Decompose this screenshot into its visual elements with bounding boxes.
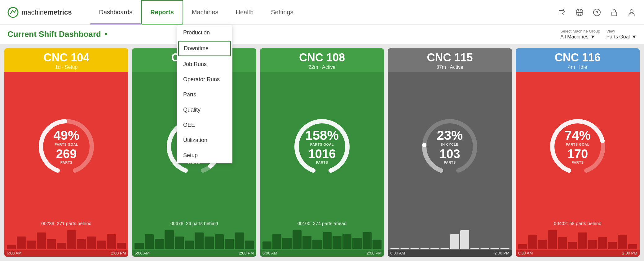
- svg-text:?: ?: [596, 10, 598, 15]
- gauge-label-cnc115: IN-CYCLE: [437, 143, 463, 146]
- chart-area-cnc108: [260, 228, 384, 250]
- dashboard-title[interactable]: Current Shift Dashboard ▼: [7, 29, 108, 39]
- gauge-parts-cnc104: 269: [53, 147, 79, 161]
- globe-icon[interactable]: [575, 7, 584, 17]
- header-icons: ?: [557, 7, 637, 17]
- user-icon[interactable]: [627, 7, 637, 17]
- machine-status-cnc116: 4m · Idle: [520, 64, 635, 70]
- shuffle-icon[interactable]: [557, 7, 567, 17]
- machine-status-cnc115: 37m · Active: [392, 64, 507, 70]
- dropdown-item-setup[interactable]: Setup: [177, 148, 232, 163]
- machine-card-cnc104[interactable]: CNC 104 1d · Setup 49% PARTS GOAL 269 PA…: [4, 48, 128, 257]
- tab-machines[interactable]: Machines: [183, 0, 227, 24]
- svg-point-9: [329, 168, 333, 173]
- header: machinemetrics Dashboards Reports Machin…: [0, 0, 644, 25]
- time-labels-cnc104: 6:00 AM 2:00 PM: [4, 250, 128, 257]
- gauge-parts-cnc108: 1016: [305, 147, 338, 161]
- svg-point-7: [63, 119, 67, 123]
- machine-name-cnc115: CNC 115: [392, 51, 507, 64]
- tab-health[interactable]: Health: [227, 0, 262, 24]
- card-footer-cnc105: 00678: 26 parts behind: [132, 219, 256, 228]
- chart-area-cnc105: [132, 228, 256, 250]
- time-labels-cnc115: 6:00 AM 2:00 PM: [388, 250, 512, 257]
- chevron-down-icon: ▼: [590, 34, 595, 40]
- dropdown-item-parts[interactable]: Parts: [177, 87, 232, 102]
- gauge-parts-cnc116: 170: [565, 147, 591, 161]
- svg-point-8: [208, 164, 212, 168]
- view-label: View: [607, 29, 615, 33]
- gauge-label-cnc116: PARTS GOAL: [565, 143, 591, 146]
- tab-settings[interactable]: Settings: [262, 0, 302, 24]
- machine-card-cnc108[interactable]: CNC 108 22m · Active 158% PARTS GOAL 101…: [260, 48, 384, 257]
- logo-text: machinemetrics: [22, 8, 72, 16]
- nav-tabs: Dashboards Reports Machines Health Setti…: [90, 0, 557, 24]
- svg-rect-5: [612, 12, 617, 16]
- dropdown-item-downtime[interactable]: Downtime: [178, 41, 231, 56]
- chart-area-cnc116: [516, 228, 640, 250]
- machine-group-select: Select Machine Group All Machines ▼: [560, 29, 600, 40]
- card-footer-cnc108: 00100: 374 parts ahead: [260, 219, 384, 228]
- time-labels-cnc108: 6:00 AM 2:00 PM: [260, 250, 384, 257]
- sub-header: Current Shift Dashboard ▼ Select Machine…: [0, 25, 644, 44]
- chevron-down-icon: ▼: [104, 32, 108, 37]
- gauge-parts-cnc115: 103: [437, 147, 463, 161]
- gauge-percent-cnc116: 74%: [565, 129, 591, 142]
- dropdown-item-operator-runs[interactable]: Operator Runs: [177, 72, 232, 87]
- svg-point-0: [8, 7, 18, 17]
- gauge-percent-cnc104: 49%: [53, 129, 79, 142]
- gauge-label-cnc104: PARTS GOAL: [53, 143, 79, 146]
- view-select: View Parts Goal ▼: [607, 29, 637, 40]
- svg-point-10: [422, 143, 427, 147]
- dropdown-item-quality[interactable]: Quality: [177, 102, 232, 117]
- card-footer-cnc104: 00238: 271 parts behind: [4, 219, 128, 228]
- tab-dashboards[interactable]: Dashboards: [90, 0, 141, 24]
- lock-icon[interactable]: [609, 7, 619, 17]
- svg-point-11: [600, 139, 605, 143]
- gauge-parts-label-cnc116: PARTS: [565, 161, 591, 164]
- time-labels-cnc105: 6:00 AM 2:00 PM: [132, 250, 256, 257]
- help-icon[interactable]: ?: [592, 7, 602, 17]
- view-control[interactable]: Parts Goal ▼: [607, 34, 637, 40]
- reports-dropdown: Production Downtime Job Runs Operator Ru…: [177, 25, 232, 163]
- dropdown-item-oee[interactable]: OEE: [177, 117, 232, 133]
- machine-group-control[interactable]: All Machines ▼: [560, 34, 595, 40]
- main-content: CNC 104 1d · Setup 49% PARTS GOAL 269 PA…: [0, 44, 644, 261]
- machine-name-cnc104: CNC 104: [9, 51, 124, 64]
- svg-point-6: [630, 10, 633, 13]
- gauge-label-cnc108: PARTS GOAL: [305, 143, 338, 146]
- gauge-parts-label-cnc115: PARTS: [437, 161, 463, 164]
- machine-group-label: Select Machine Group: [560, 29, 600, 33]
- logo: machinemetrics: [7, 7, 72, 18]
- gauge-parts-label-cnc104: PARTS: [53, 161, 79, 164]
- gauge-percent-cnc115: 23%: [437, 129, 463, 142]
- chart-area-cnc115: [388, 228, 512, 250]
- dropdown-item-job-runs[interactable]: Job Runs: [177, 57, 232, 72]
- chart-area-cnc104: [4, 228, 128, 250]
- card-footer-cnc116: 00402: 58 parts behind: [516, 219, 640, 228]
- sub-header-right: Select Machine Group All Machines ▼ View…: [560, 29, 637, 40]
- machine-status-cnc108: 22m · Active: [264, 64, 380, 70]
- machine-status-cnc104: 1d · Setup: [9, 64, 124, 70]
- machine-name-cnc116: CNC 116: [520, 51, 635, 64]
- tab-reports[interactable]: Reports: [141, 0, 183, 24]
- dropdown-item-production[interactable]: Production: [177, 25, 232, 40]
- gauge-parts-label-cnc108: PARTS: [305, 161, 338, 164]
- machine-card-cnc115[interactable]: CNC 115 37m · Active 23% IN-CYCLE 103 PA…: [388, 48, 512, 257]
- chevron-down-icon: ▼: [632, 34, 637, 40]
- machine-name-cnc108: CNC 108: [264, 51, 380, 64]
- gauge-percent-cnc108: 158%: [305, 129, 338, 142]
- logo-icon: [7, 7, 19, 18]
- time-labels-cnc116: 6:00 AM 2:00 PM: [516, 250, 640, 257]
- dropdown-item-utilization[interactable]: Utilization: [177, 133, 232, 148]
- machine-card-cnc116[interactable]: CNC 116 4m · Idle 74% PARTS GOAL 170 PAR…: [516, 48, 640, 257]
